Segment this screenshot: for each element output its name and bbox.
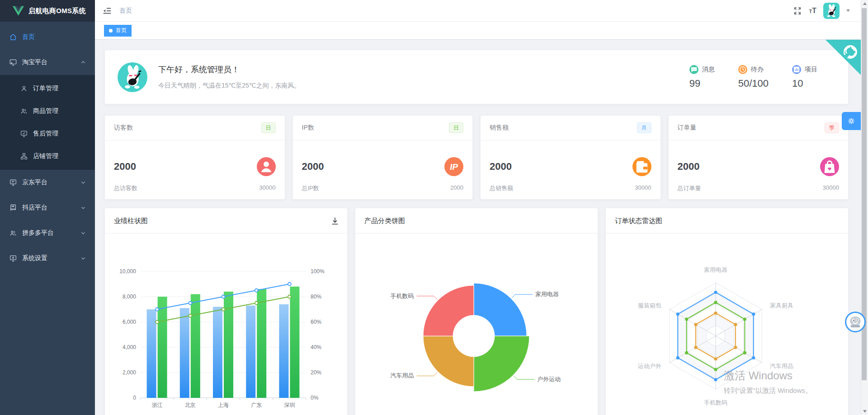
radar-chart-title: 订单状态雷达图 (606, 208, 848, 233)
radar-chart-card: 订单状态雷达图 家用电器家具厨具汽车用品手机数码运动户外服装箱包 (605, 208, 849, 415)
stat-card-badge: 月 (637, 122, 651, 133)
svg-text:广东: 广东 (251, 402, 262, 408)
scrollbar-up-arrow[interactable] (863, 2, 867, 5)
project-icon (792, 65, 801, 74)
stat-card-value: 2000 (302, 161, 324, 173)
stat-card-3: 订单量季2000总订单量30000 (668, 115, 849, 200)
aftersale-manage-icon (20, 130, 28, 138)
svg-text:手机数码: 手机数码 (391, 293, 414, 299)
tag-label: 首页 (116, 27, 127, 34)
main-content: 下午好，系统管理员！ 今日天气晴朗，气温在15℃至25℃之间，东南风。 消息99… (95, 40, 861, 415)
theme-settings-button[interactable] (842, 112, 861, 130)
sidebar-subitem-label: 店铺管理 (33, 152, 95, 160)
jd-platform-icon (9, 178, 17, 187)
logo-bar: 启航电商OMS系统 (0, 0, 95, 22)
svg-text:6,000: 6,000 (123, 319, 136, 325)
welcome-stats: 消息99待办50/100项目10 (689, 65, 835, 89)
sidebar-item-0[interactable]: 首页 (0, 24, 95, 50)
sidebar-subitem-1-3[interactable]: 店铺管理 (0, 145, 95, 168)
sidebar-subitem-label: 订单管理 (33, 84, 95, 93)
svg-text:40%: 40% (311, 344, 321, 350)
sidebar-subitem-1-0[interactable]: 订单管理 (0, 77, 95, 100)
bar-chart-title: 业绩柱状图 (105, 208, 347, 233)
svg-text:0%: 0% (311, 395, 319, 401)
stat-card-footer-label: 总订单量 (678, 184, 701, 192)
font-size-icon[interactable]: TT (809, 7, 816, 15)
svg-text:汽车用品: 汽车用品 (391, 372, 414, 379)
sidebar-item-label: 京东平台 (22, 178, 80, 187)
chevron-down-icon (80, 180, 86, 185)
stat-card-footer-label: 总IP数 (302, 184, 319, 192)
stat-card-footer-label: 总销售额 (490, 184, 513, 192)
welcome-stat-0: 消息99 (689, 65, 715, 89)
vue-logo-icon (13, 6, 24, 16)
stat-card-title: 访客数 (114, 124, 133, 132)
svg-text:100%: 100% (311, 268, 325, 275)
sidebar-submenu: 订单管理商品管理售后管理店铺管理 (0, 75, 95, 170)
sidebar-fold-icon[interactable] (102, 6, 112, 16)
welcome-stat-1: 待办50/100 (738, 65, 769, 89)
vertical-scrollbar (861, 0, 868, 415)
welcome-avatar (118, 62, 147, 92)
bar-chart-card: 业绩柱状图 00%2,00020%4,00040%6,00060%8,00080… (104, 208, 348, 415)
order-manage-icon (20, 84, 28, 93)
pie-chart-card: 产品分类饼图 家用电器户外运动汽车用品手机数码 (355, 208, 598, 415)
clock-icon (738, 65, 747, 74)
svg-text:家具厨具: 家具厨具 (770, 302, 793, 309)
sidebar-item-4[interactable]: 拼多多平台 (0, 220, 95, 246)
user-menu-caret-icon[interactable] (846, 9, 850, 12)
svg-text:服装箱包: 服装箱包 (638, 302, 661, 309)
sidebar-menu: 首页淘宝平台订单管理商品管理售后管理店铺管理京东平台抖店平台拼多多平台系统设置 (0, 22, 95, 271)
stat-card-footer-label: 总访客数 (114, 184, 137, 192)
tags-bar: 首页 (95, 22, 861, 40)
fullscreen-icon[interactable] (793, 6, 802, 15)
stat-card-badge: 日 (449, 122, 463, 133)
navbar: 首页 TT (95, 0, 861, 22)
pie-chart: 家用电器户外运动汽车用品手机数码 (355, 234, 599, 415)
pdd-platform-icon (9, 229, 17, 237)
robot-icon (847, 313, 864, 331)
sidebar-item-2[interactable]: 京东平台 (0, 170, 95, 195)
welcome-stat-label: 待办 (751, 65, 764, 74)
stat-card-footer-value: 30000 (635, 184, 651, 192)
svg-text:2,000: 2,000 (123, 369, 136, 376)
customer-service-widget[interactable] (845, 312, 866, 332)
svg-text:0: 0 (133, 395, 136, 401)
sidebar: 启航电商OMS系统 首页淘宝平台订单管理商品管理售后管理店铺管理京东平台抖店平台… (0, 0, 95, 415)
wallet-icon (632, 157, 651, 176)
welcome-stat-suffix: /100 (749, 78, 769, 89)
radar-chart: 家用电器家具厨具汽车用品手机数码运动户外服装箱包 (606, 234, 849, 415)
svg-text:运动户外: 运动户外 (638, 363, 661, 369)
shop-manage-icon (20, 152, 28, 160)
scrollbar-down-arrow[interactable] (863, 410, 867, 413)
svg-text:8,000: 8,000 (123, 294, 136, 300)
chart-cards-row: 业绩柱状图 00%2,00020%4,00040%6,00060%8,00080… (104, 208, 849, 415)
sidebar-item-1[interactable]: 淘宝平台 (0, 50, 95, 75)
weather-text: 今日天气晴朗，气温在15℃至25℃之间，东南风。 (158, 82, 301, 90)
svg-text:手机数码: 手机数码 (704, 399, 727, 406)
navbar-right: TT (793, 3, 861, 19)
sidebar-subitem-1-2[interactable]: 售后管理 (0, 122, 95, 145)
sidebar-item-3[interactable]: 抖店平台 (0, 195, 95, 220)
welcome-card: 下午好，系统管理员！ 今日天气晴朗，气温在15℃至25℃之间，东南风。 消息99… (104, 50, 849, 104)
welcome-stat-value: 99 (689, 78, 700, 89)
user-avatar[interactable] (823, 3, 840, 19)
download-icon[interactable] (330, 216, 340, 226)
stat-card-badge: 日 (261, 122, 276, 133)
message-icon (689, 65, 698, 74)
svg-text:10,000: 10,000 (119, 268, 136, 275)
sidebar-subitem-label: 商品管理 (33, 107, 95, 115)
breadcrumb[interactable]: 首页 (119, 7, 132, 15)
stat-card-badge: 季 (825, 122, 839, 133)
tag-item-0[interactable]: 首页 (104, 25, 132, 37)
sidebar-item-5[interactable]: 系统设置 (0, 246, 95, 271)
svg-text:4,000: 4,000 (123, 344, 136, 350)
app-title: 启航电商OMS系统 (28, 7, 86, 15)
bag-icon (820, 157, 839, 176)
stat-card-value: 2000 (678, 161, 700, 173)
github-corner-ribbon[interactable] (826, 40, 861, 75)
svg-text:上海: 上海 (218, 402, 229, 408)
sidebar-subitem-1-1[interactable]: 商品管理 (0, 100, 95, 122)
bar-chart: 00%2,00020%4,00040%6,00060%8,00080%10,00… (105, 234, 348, 415)
welcome-stat-value: 10 (792, 78, 803, 89)
